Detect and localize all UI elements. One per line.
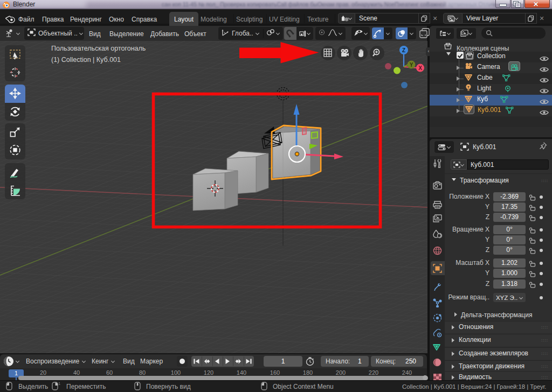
svg-text:X: X <box>418 65 422 71</box>
svg-text:Y: Y <box>410 62 413 68</box>
svg-text:Z: Z <box>402 47 405 53</box>
